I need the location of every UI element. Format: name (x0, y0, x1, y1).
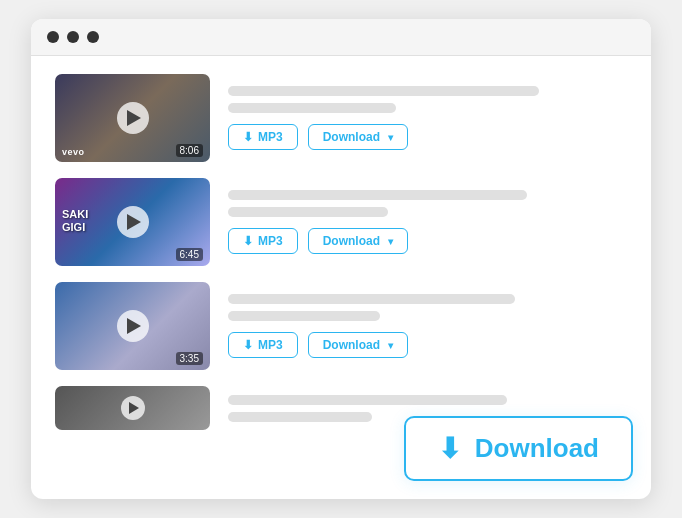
play-icon (127, 318, 141, 334)
title-bar (228, 86, 539, 96)
video-info: ⬇ MP3 Download ▾ (228, 86, 627, 150)
subtitle-bar (228, 311, 380, 321)
play-icon (129, 402, 139, 414)
traffic-light-3 (87, 31, 99, 43)
chevron-down-icon: ▾ (388, 132, 393, 143)
video-duration: 8:06 (176, 144, 203, 157)
mp3-button[interactable]: ⬇ MP3 (228, 228, 298, 254)
list-item: SAKIGIGI 6:45 ⬇ MP3 Download ▾ (55, 178, 627, 266)
play-icon (127, 214, 141, 230)
video-info: ⬇ MP3 Download ▾ (228, 190, 627, 254)
thumbnail: SAKIGIGI 6:45 (55, 178, 210, 266)
action-row: ⬇ MP3 Download ▾ (228, 332, 627, 358)
big-download-label: Download (475, 433, 599, 464)
download-label: Download (323, 338, 380, 352)
title-bar (228, 395, 507, 405)
video-duration: 3:35 (176, 352, 203, 365)
list-item: 3:35 ⬇ MP3 Download ▾ (55, 282, 627, 370)
list-item: vevo 8:06 ⬇ MP3 Download ▾ (55, 74, 627, 162)
download-button[interactable]: Download ▾ (308, 228, 408, 254)
download-label: Download (323, 130, 380, 144)
thumbnail: vevo 8:06 (55, 74, 210, 162)
play-button[interactable] (117, 102, 149, 134)
big-download-button[interactable]: ⬇ Download (404, 416, 633, 481)
play-icon (127, 110, 141, 126)
subtitle-bar (228, 412, 372, 422)
video-info: ⬇ MP3 Download ▾ (228, 294, 627, 358)
download-button[interactable]: Download ▾ (308, 332, 408, 358)
mp3-button[interactable]: ⬇ MP3 (228, 332, 298, 358)
download-icon-small: ⬇ (243, 338, 253, 352)
title-bar (228, 190, 527, 200)
chevron-down-icon: ▾ (388, 236, 393, 247)
mp3-label: MP3 (258, 130, 283, 144)
title-bar (228, 294, 515, 304)
video-duration: 6:45 (176, 248, 203, 261)
download-button[interactable]: Download ▾ (308, 124, 408, 150)
play-button[interactable] (117, 206, 149, 238)
action-row: ⬇ MP3 Download ▾ (228, 124, 627, 150)
browser-titlebar (31, 19, 651, 56)
thumbnail: 3:35 (55, 282, 210, 370)
chevron-down-icon: ▾ (388, 340, 393, 351)
play-button[interactable] (117, 310, 149, 342)
subtitle-bar (228, 103, 396, 113)
big-download-icon: ⬇ (438, 432, 461, 465)
traffic-light-1 (47, 31, 59, 43)
browser-window: vevo 8:06 ⬇ MP3 Download ▾ (31, 19, 651, 499)
subtitle-bar (228, 207, 388, 217)
mp3-button[interactable]: ⬇ MP3 (228, 124, 298, 150)
mp3-label: MP3 (258, 234, 283, 248)
traffic-light-2 (67, 31, 79, 43)
mp3-label: MP3 (258, 338, 283, 352)
play-button[interactable] (121, 396, 145, 420)
browser-content: vevo 8:06 ⬇ MP3 Download ▾ (31, 56, 651, 454)
download-icon-small: ⬇ (243, 130, 253, 144)
download-icon-small: ⬇ (243, 234, 253, 248)
thumb-text: SAKIGIGI (62, 208, 88, 234)
thumbnail (55, 386, 210, 430)
action-row: ⬇ MP3 Download ▾ (228, 228, 627, 254)
vevo-label: vevo (62, 147, 85, 157)
download-label: Download (323, 234, 380, 248)
